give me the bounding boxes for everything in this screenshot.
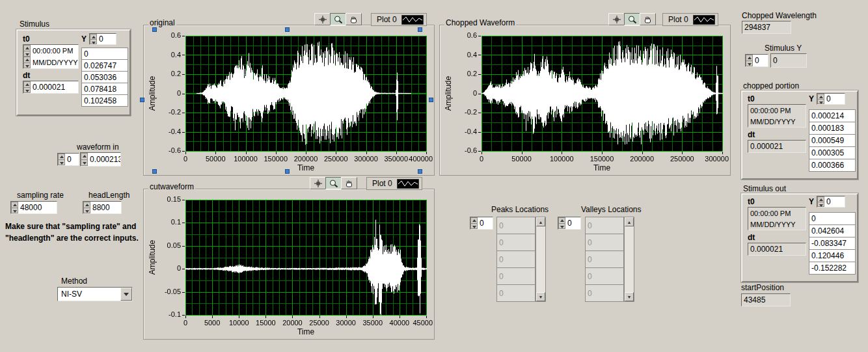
crosshair-tool-button[interactable] xyxy=(310,177,326,189)
y-index-value[interactable]: 0 xyxy=(824,196,845,207)
chopped-portion-cluster: t0 00:00:00 PM MM/DD/YYYY dt 0.000021 Y … xyxy=(741,90,858,180)
arrow-up-icon: ▲ xyxy=(539,220,543,224)
dt-value: 0.000021 xyxy=(748,141,806,152)
peaks-scrollbar[interactable]: ▲ ▼ xyxy=(536,217,546,302)
y-array-cell: 0.000214 xyxy=(809,109,856,122)
selection-handle[interactable] xyxy=(429,98,433,102)
pan-tool-button[interactable] xyxy=(341,177,357,189)
t0-date-value[interactable]: MM/DD/YYYY xyxy=(31,57,78,68)
selection-handle[interactable] xyxy=(418,27,422,32)
y-array-cell: 0.000305 xyxy=(809,146,856,159)
waveform-in-value-arrows[interactable] xyxy=(81,153,88,166)
stimulus-cluster-label: Stimulus xyxy=(20,20,49,29)
y-index-arrows[interactable] xyxy=(817,94,824,104)
zoom-tool-button[interactable] xyxy=(330,13,346,25)
peaks-index-value[interactable]: 0 xyxy=(478,217,493,229)
y-array-cell: 0.000549 xyxy=(809,134,856,147)
peaks-array-cell: 0 xyxy=(496,284,536,302)
t0-label: t0 xyxy=(23,34,30,44)
t0-date-stepper[interactable] xyxy=(23,57,31,68)
arrow-up-icon: ▲ xyxy=(627,220,632,224)
plot-legend-label: Plot 0 xyxy=(377,15,397,24)
peaks-index-arrows[interactable] xyxy=(470,217,478,229)
crosshair-tool-button[interactable] xyxy=(314,13,331,25)
headlength-input[interactable]: 8800 xyxy=(83,201,122,214)
t0-label: t0 xyxy=(748,94,755,103)
method-dropdown-button[interactable] xyxy=(120,288,132,301)
stimulus-y-index-stepper[interactable]: 0 xyxy=(745,54,768,67)
selection-handle[interactable] xyxy=(285,27,290,32)
waveform-in-value[interactable]: 0.000213 xyxy=(88,153,120,166)
y-array-cell[interactable]: 0.026747 xyxy=(81,59,128,72)
y-index-stepper[interactable]: 0 xyxy=(817,196,845,208)
scroll-down-button[interactable]: ▼ xyxy=(625,292,634,301)
headlength-arrows[interactable] xyxy=(83,202,90,213)
dt-stepper[interactable] xyxy=(23,81,31,93)
t0-date-value: MM/DD/YYYY xyxy=(748,116,806,127)
note-text: Make sure that "sampling rate" and "head… xyxy=(5,221,139,244)
pan-tool-button[interactable] xyxy=(640,13,656,25)
stimulus-y-value: 0 xyxy=(771,54,806,67)
y-index-value[interactable]: 0 xyxy=(824,94,845,104)
dt-control[interactable]: 0.000021 xyxy=(23,81,79,94)
chopped-plot-legend[interactable]: Plot 0 xyxy=(662,13,718,26)
y-index-arrows[interactable] xyxy=(90,34,97,44)
selection-handle[interactable] xyxy=(418,169,422,174)
original-graph-label: original xyxy=(148,18,176,27)
t0-timestamp-control[interactable]: 00:00:00 PM MM/DD/YYYY xyxy=(23,44,79,69)
selection-handle[interactable] xyxy=(285,169,290,174)
waveform-in-index[interactable]: 0 xyxy=(57,153,79,166)
valleys-array-cell: 0 xyxy=(585,234,624,251)
cutwaveform-canvas[interactable] xyxy=(144,190,433,338)
sampling-rate-value[interactable]: 48000 xyxy=(18,202,57,213)
zoom-tool-button[interactable] xyxy=(325,177,342,189)
stimulus-y-index-arrows[interactable] xyxy=(746,55,753,66)
original-plot-legend[interactable]: Plot 0 xyxy=(371,13,427,26)
valleys-index-stepper[interactable]: 0 xyxy=(558,217,581,230)
cut-plot-legend[interactable]: Plot 0 xyxy=(366,177,422,190)
selection-handle[interactable] xyxy=(152,169,157,174)
selection-handle[interactable] xyxy=(152,27,157,32)
crosshair-tool-button[interactable] xyxy=(608,13,625,25)
y-array-cell[interactable]: 0.102458 xyxy=(81,94,128,107)
valleys-index-arrows[interactable] xyxy=(558,217,565,229)
valleys-scrollbar[interactable]: ▲ ▼ xyxy=(624,217,634,302)
stimulus-y-index-value[interactable]: 0 xyxy=(753,55,768,66)
y-index-value[interactable]: 0 xyxy=(97,34,116,44)
method-dropdown[interactable]: NI-SV xyxy=(57,287,133,301)
waveform-in-index-value[interactable]: 0 xyxy=(65,154,79,165)
chopped-graph-tools xyxy=(608,13,655,25)
y-array-cell[interactable]: 0.078418 xyxy=(81,83,128,95)
t0-time-stepper[interactable] xyxy=(23,45,31,57)
zoom-tool-button[interactable] xyxy=(624,13,640,25)
y-array-cell: 0.000183 xyxy=(809,122,856,135)
y-index-stepper[interactable]: 0 xyxy=(89,33,116,45)
y-array: 0 0.042604 -0.083347 0.120446 -0.152282 xyxy=(809,212,856,275)
peaks-locations-label: Peaks Locations xyxy=(491,205,549,214)
chopped-waveform-canvas[interactable] xyxy=(441,26,729,174)
original-graph-canvas[interactable] xyxy=(144,26,433,174)
waveform-in-index-arrows[interactable] xyxy=(58,154,65,165)
y-array-cell[interactable]: 0.053036 xyxy=(81,71,128,83)
headlength-value[interactable]: 8800 xyxy=(90,202,121,213)
sampling-rate-input[interactable]: 48000 xyxy=(10,201,57,214)
t0-time-value[interactable]: 00:00:00 PM xyxy=(31,45,78,57)
selection-handle[interactable] xyxy=(140,98,144,102)
sampling-rate-arrows[interactable] xyxy=(11,202,18,213)
method-value[interactable]: NI-SV xyxy=(58,288,120,301)
y-array-cell[interactable]: 0 xyxy=(81,47,128,60)
waveform-in-value-control[interactable]: 0.000213 xyxy=(80,152,121,167)
magnifier-icon xyxy=(333,15,344,24)
peaks-index-stepper[interactable]: 0 xyxy=(470,217,493,230)
scroll-up-button[interactable]: ▲ xyxy=(625,217,634,226)
dt-value[interactable]: 0.000021 xyxy=(31,81,78,93)
peaks-array-cell: 0 xyxy=(496,234,536,251)
y-index-stepper[interactable]: 0 xyxy=(817,93,845,105)
y-index-arrows[interactable] xyxy=(817,196,824,207)
valleys-index-value[interactable]: 0 xyxy=(565,217,580,229)
scroll-down-button[interactable]: ▼ xyxy=(536,292,545,301)
scroll-up-button[interactable]: ▲ xyxy=(536,217,545,226)
t0-timestamp-indicator: 00:00:00 PM MM/DD/YYYY xyxy=(748,104,806,128)
y-array-cell: 0.042604 xyxy=(809,224,856,237)
pan-tool-button[interactable] xyxy=(346,13,362,25)
